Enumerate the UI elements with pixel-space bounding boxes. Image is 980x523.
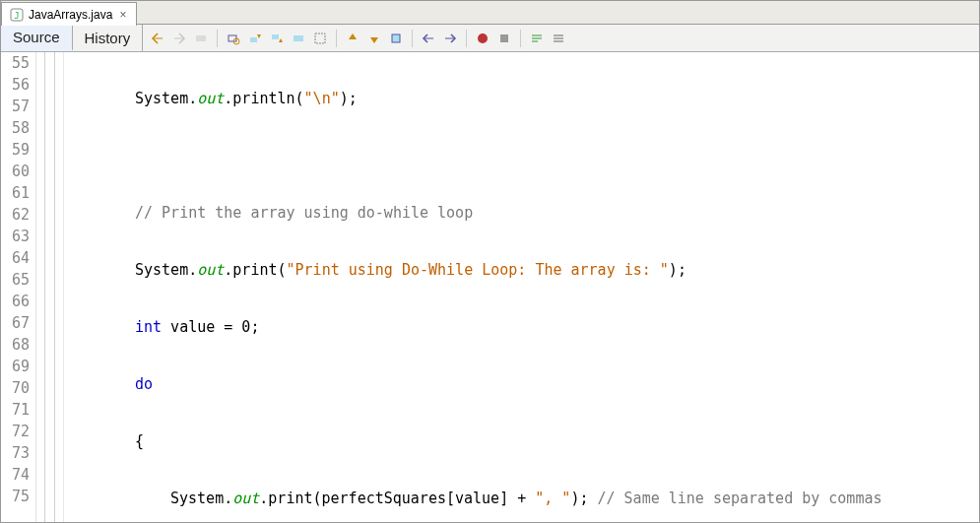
shift-left-icon[interactable]: [420, 30, 437, 47]
next-bookmark-icon[interactable]: [365, 30, 383, 47]
tab-source[interactable]: Source: [1, 25, 73, 51]
svg-rect-9: [392, 34, 400, 42]
line-number: 74: [7, 464, 30, 486]
toggle-rect-select-icon[interactable]: [311, 30, 329, 47]
editor-subtab-row: Source History: [1, 25, 979, 52]
comment-icon[interactable]: [528, 30, 546, 47]
toolbar-separator: [217, 30, 218, 47]
line-number: 68: [7, 334, 30, 356]
find-prev-icon[interactable]: [246, 30, 264, 47]
file-tabstrip: J JavaArrays.java ×: [1, 1, 979, 25]
line-number: 75: [7, 486, 30, 507]
line-number: 70: [7, 377, 30, 399]
find-next-icon[interactable]: [268, 30, 286, 47]
svg-rect-5: [250, 37, 257, 42]
code-editor[interactable]: 5556575859606162636465666768697071727374…: [1, 52, 979, 522]
line-number: 58: [7, 117, 30, 139]
line-number: 67: [7, 312, 30, 334]
line-number: 56: [7, 74, 30, 96]
svg-rect-8: [315, 33, 325, 43]
line-number: 59: [7, 139, 30, 161]
close-tab-icon[interactable]: ×: [117, 8, 128, 22]
code-area[interactable]: System.out.println("\n"); // Print the a…: [64, 52, 882, 522]
svg-rect-6: [272, 34, 279, 39]
toolbar-separator: [412, 30, 413, 47]
svg-point-10: [478, 33, 488, 43]
line-number: 57: [7, 96, 30, 117]
file-tab[interactable]: J JavaArrays.java ×: [1, 2, 137, 26]
line-number: 65: [7, 269, 30, 291]
line-number: 61: [7, 182, 30, 204]
svg-rect-7: [294, 35, 303, 41]
toggle-highlight-icon[interactable]: [290, 30, 307, 47]
line-number: 71: [7, 399, 30, 421]
line-number: 62: [7, 204, 30, 226]
find-selection-icon[interactable]: [225, 30, 242, 47]
line-number: 60: [7, 161, 30, 182]
toolbar-separator: [336, 30, 337, 47]
svg-rect-11: [500, 34, 508, 42]
line-number: 64: [7, 247, 30, 269]
line-number: 63: [7, 226, 30, 247]
line-number: 69: [7, 356, 30, 377]
file-tab-label: JavaArrays.java: [29, 8, 112, 22]
nav-back-icon[interactable]: [149, 30, 166, 47]
line-number: 66: [7, 291, 30, 312]
uncomment-icon[interactable]: [550, 30, 567, 47]
toggle-bookmark-icon[interactable]: [387, 30, 405, 47]
svg-text:J: J: [14, 11, 19, 21]
svg-rect-2: [196, 35, 206, 41]
macro-stop-icon[interactable]: [495, 30, 513, 47]
prev-bookmark-icon[interactable]: [344, 30, 361, 47]
line-number: 73: [7, 442, 30, 464]
shift-right-icon[interactable]: [441, 30, 459, 47]
toolbar-separator: [466, 30, 467, 47]
tab-history[interactable]: History: [73, 25, 144, 51]
fold-bar[interactable]: [36, 52, 64, 522]
line-number-gutter: 5556575859606162636465666768697071727374…: [1, 52, 36, 522]
line-number: 72: [7, 421, 30, 442]
nav-forward-icon[interactable]: [170, 30, 188, 47]
subtabs: Source History: [1, 25, 143, 51]
nav-last-edit-icon[interactable]: [192, 30, 210, 47]
toolbar-separator: [520, 30, 521, 47]
macro-record-icon[interactable]: [474, 30, 491, 47]
editor-toolbar: [143, 30, 567, 47]
java-file-icon: J: [10, 8, 24, 22]
line-number: 55: [7, 52, 30, 74]
